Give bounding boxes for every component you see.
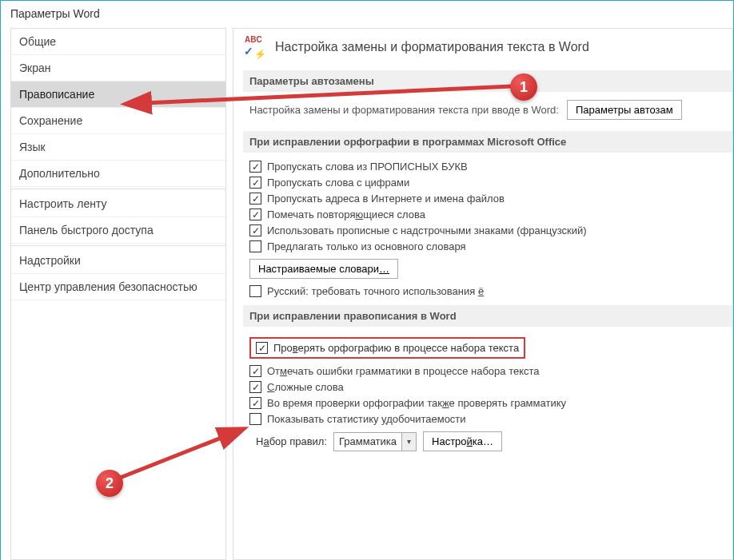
content-panel: ABC ✓ ⚡ Настройка замены и форматировани… [233,28,733,560]
sidebar-separator [11,245,225,246]
writing-style-settings-button[interactable]: Настройка… [423,431,502,451]
section-autocorrect-title: Параметры автозамены [243,70,732,92]
opt-complex-words: ✓ Сложные слова [249,381,732,393]
checkbox[interactable]: ✓ [256,342,268,354]
opt-main-dictionary-only: Предлагать только из основного словаря [249,240,732,252]
opt-label: Русский: требовать точного использования… [267,285,484,297]
opt-label: Предлагать только из основного словаря [267,240,466,252]
checkbox[interactable]: ✓ [249,177,261,189]
checkbox[interactable]: ✓ [249,381,261,393]
opt-russian-yo: Русский: требовать точного использования… [249,285,732,297]
opt-grammar-with-spelling: ✓ Во время проверки орфографии также про… [249,397,732,409]
checkbox[interactable]: ✓ [249,397,261,409]
writing-style-row: Набор правил: Грамматика ▾ Настройка… [256,431,732,451]
opt-label: Сложные слова [267,381,344,393]
page-heading: ABC ✓ ⚡ Настройка замены и форматировани… [243,35,732,59]
sidebar-item-save[interactable]: Сохранение [11,108,225,134]
checkbox[interactable]: ✓ [249,209,261,220]
opt-label: Показывать статистику удобочитаемости [267,413,466,425]
sidebar-item-language[interactable]: Язык [11,134,225,161]
category-sidebar: Общие Экран Правописание Сохранение Язык… [10,28,226,560]
dialog-title: Параметры Word [1,1,733,28]
sidebar-item-customize-ribbon[interactable]: Настроить ленту [11,191,225,217]
opt-ignore-urls: ✓ Пропускать адреса в Интернете и имена … [249,193,732,205]
opt-label: Отмечать ошибки грамматики в процессе на… [267,365,540,377]
opt-ignore-uppercase: ✓ Пропускать слова из ПРОПИСНЫХ БУКВ [249,161,732,173]
opt-readability-stats: Показывать статистику удобочитаемости [249,413,732,425]
options-dialog: Параметры Word Общие Экран Правописание … [0,0,734,560]
spell-office-options: ✓ Пропускать слова из ПРОПИСНЫХ БУКВ ✓ П… [249,161,732,297]
sidebar-item-trust-center[interactable]: Центр управления безопасностью [11,274,225,300]
sidebar-item-quick-access[interactable]: Панель быстрого доступа [11,217,225,244]
dialog-body: Общие Экран Правописание Сохранение Язык… [1,28,733,560]
writing-style-select[interactable]: Грамматика ▾ [333,432,417,451]
select-value: Грамматика [334,435,401,447]
checkbox[interactable] [249,285,261,297]
checkbox[interactable]: ✓ [249,161,261,173]
opt-label: Использовать прописные с надстрочными зн… [267,224,587,236]
checkbox[interactable] [249,413,261,425]
chevron-down-icon: ▾ [401,433,416,451]
writing-style-label: Набор правил: [256,435,327,447]
section-spell-office-title: При исправлении орфографии в программах … [243,131,732,153]
checkbox[interactable]: ✓ [249,193,261,205]
opt-label: Пропускать слова с цифрами [267,177,409,189]
opt-label: Пропускать слова из ПРОПИСНЫХ БУКВ [267,161,468,173]
sidebar-item-display[interactable]: Экран [11,55,225,81]
spell-word-options: ✓ Проверять орфографию в процессе набора… [249,335,732,451]
checkbox[interactable] [249,240,261,252]
section-spell-word-title: При исправлении правописания в Word [243,305,732,327]
opt-label: Пропускать адреса в Интернете и имена фа… [267,193,505,205]
sidebar-separator [11,189,225,189]
sidebar-item-advanced[interactable]: Дополнительно [11,161,225,187]
checkbox[interactable]: ✓ [249,224,261,236]
sidebar-item-general[interactable]: Общие [11,29,225,55]
custom-dictionaries-button[interactable]: Настраиваемые словари… [249,259,398,279]
proofing-icon: ABC ✓ ⚡ [243,35,267,59]
checkbox[interactable]: ✓ [249,365,261,377]
autocorrect-options-button[interactable]: Параметры автозам [567,100,682,120]
autocorrect-label: Настройка замены и форматирования текста… [249,104,559,116]
opt-label: Проверять орфографию в процессе набора т… [273,342,519,354]
opt-label: Помечать повторяющиеся слова [267,209,425,220]
opt-ignore-numbers: ✓ Пропускать слова с цифрами [249,177,732,189]
sidebar-item-proofing[interactable]: Правописание [11,81,225,108]
opt-check-grammar: ✓ Отмечать ошибки грамматики в процессе … [249,365,732,377]
opt-check-spelling-highlight: ✓ Проверять орфографию в процессе набора… [249,337,525,359]
sidebar-item-addins[interactable]: Надстройки [11,248,225,274]
opt-flag-repeated: ✓ Помечать повторяющиеся слова [249,209,732,220]
opt-label: Во время проверки орфографии также прове… [267,397,566,409]
opt-french-accents: ✓ Использовать прописные с надстрочными … [249,224,732,236]
autocorrect-row: Настройка замены и форматирования текста… [249,100,732,120]
page-heading-text: Настройка замены и форматирования текста… [275,40,589,54]
